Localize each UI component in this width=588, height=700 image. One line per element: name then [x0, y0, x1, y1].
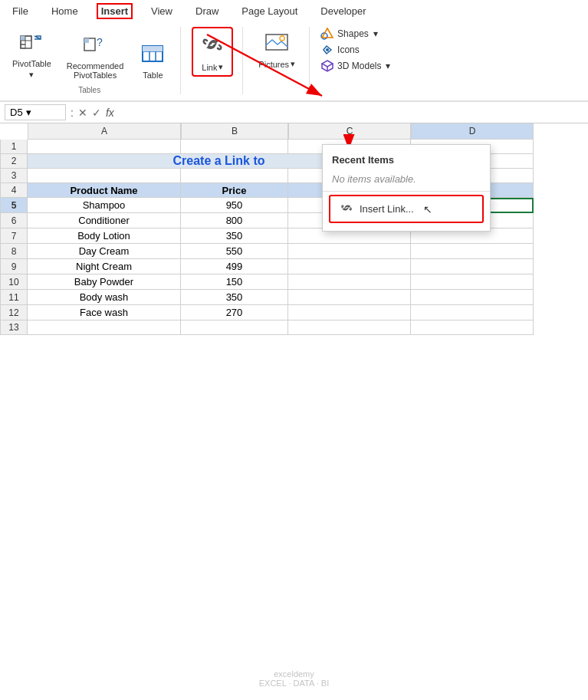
- cell-a9[interactable]: Night Cream: [28, 259, 181, 274]
- cell-b9[interactable]: 499: [181, 259, 288, 274]
- row-12: 12 Face wash 270: [0, 305, 588, 320]
- col-header-c[interactable]: C: [288, 123, 411, 140]
- cell-a3[interactable]: [28, 169, 181, 183]
- shapes-label: Shapes: [337, 28, 369, 39]
- cell-ref-chevron[interactable]: ▾: [26, 107, 31, 118]
- cell-d8[interactable]: [411, 244, 534, 259]
- cell-a4[interactable]: Product Name: [28, 183, 181, 198]
- cell-a6[interactable]: Conditioner: [28, 213, 181, 228]
- cell-c12[interactable]: [288, 305, 411, 320]
- cell-b8[interactable]: 550: [181, 244, 288, 259]
- 3d-models-button[interactable]: 3D Models ▾: [320, 59, 390, 73]
- pictures-label: Pictures: [258, 60, 289, 69]
- icons-button[interactable]: Icons: [320, 43, 390, 57]
- cell-c9[interactable]: [288, 259, 411, 274]
- cell-a10[interactable]: Baby Powder: [28, 274, 181, 290]
- cell-b3[interactable]: [181, 169, 288, 183]
- cell-b7[interactable]: 350: [181, 228, 288, 244]
- row-8: 8 Day Cream 550: [0, 244, 588, 259]
- cell-c10[interactable]: [288, 274, 411, 290]
- cell-b12[interactable]: 270: [181, 305, 288, 320]
- menu-insert[interactable]: Insert: [97, 3, 133, 19]
- menu-home[interactable]: Home: [47, 3, 83, 19]
- cell-b11[interactable]: 350: [181, 290, 288, 305]
- header-product-name: Product Name: [70, 185, 137, 196]
- formula-check-icon[interactable]: ✓: [92, 107, 101, 119]
- 3d-models-dropdown[interactable]: ▾: [386, 61, 390, 71]
- table-button[interactable]: Table: [134, 38, 171, 83]
- shapes-dropdown[interactable]: ▾: [373, 28, 378, 39]
- cell-reference-box[interactable]: D5 ▾: [5, 104, 66, 120]
- shapes-icon: [320, 27, 334, 41]
- formula-cross-icon[interactable]: ✕: [78, 107, 87, 119]
- ribbon-group-pictures: Pictures ▾ Pictures: [254, 27, 310, 94]
- cell-b4[interactable]: Price: [181, 183, 288, 198]
- cell-c8[interactable]: [288, 244, 411, 259]
- price-shampoo: 950: [226, 199, 243, 211]
- svg-rect-1: [21, 36, 25, 41]
- insert-link-icon: [340, 201, 353, 217]
- cell-a5[interactable]: Shampoo: [28, 198, 181, 213]
- insert-link-label: Insert Link...: [360, 203, 414, 215]
- svg-point-16: [280, 36, 284, 41]
- recommended-pivottables-button[interactable]: ? Recommended PivotTables: [62, 29, 129, 83]
- row-7: 7 Body Lotion 350: [0, 228, 588, 244]
- pictures-dropdown[interactable]: ▾: [291, 59, 295, 69]
- col-header-a[interactable]: A: [28, 123, 181, 140]
- menu-developer[interactable]: Developer: [316, 3, 370, 19]
- ribbon-group-tables: PivotTable ▾ ? Recommended PivotTables: [8, 27, 181, 94]
- link-button[interactable]: Link ▾: [192, 27, 233, 77]
- row-4: 4 Product Name Price Details: [0, 183, 588, 198]
- product-body-wash: Body wash: [80, 291, 129, 303]
- product-conditioner: Conditioner: [78, 215, 130, 226]
- svg-rect-13: [149, 46, 156, 51]
- cell-d10[interactable]: [411, 274, 534, 290]
- cell-c11[interactable]: [288, 290, 411, 305]
- col-header-b[interactable]: B: [181, 123, 288, 140]
- tables-group-label: Tables: [78, 86, 100, 94]
- cell-c13[interactable]: [288, 320, 411, 335]
- formula-colon-icon: :: [71, 107, 74, 119]
- menu-page-layout[interactable]: Page Layout: [237, 3, 302, 19]
- row-num-6: 6: [0, 213, 28, 228]
- cell-b6[interactable]: 800: [181, 213, 288, 228]
- row-3: 3: [0, 169, 588, 183]
- ribbon-group-illustrations: Shapes ▾ Icons: [320, 27, 399, 94]
- menu-file[interactable]: File: [8, 3, 33, 19]
- cell-b13[interactable]: [181, 320, 288, 335]
- cell-a13[interactable]: [28, 320, 181, 335]
- cell-d13[interactable]: [411, 320, 534, 335]
- cell-b10[interactable]: 150: [181, 274, 288, 290]
- cell-d12[interactable]: [411, 305, 534, 320]
- shapes-button[interactable]: Shapes ▾: [320, 27, 390, 41]
- menu-draw[interactable]: Draw: [191, 3, 223, 19]
- formula-fx-label: fx: [106, 107, 114, 119]
- cell-a11[interactable]: Body wash: [28, 290, 181, 305]
- pictures-button[interactable]: Pictures ▾: [254, 27, 300, 72]
- price-night-cream: 499: [226, 261, 243, 272]
- svg-text:?: ?: [97, 36, 103, 48]
- cell-b5[interactable]: 950: [181, 198, 288, 213]
- svg-rect-2: [25, 36, 31, 41]
- dropdown-no-items: No items available.: [323, 170, 490, 188]
- table-icon: [140, 41, 165, 69]
- cell-a8[interactable]: Day Cream: [28, 244, 181, 259]
- insert-link-item[interactable]: Insert Link... ↖: [329, 195, 484, 223]
- cell-a1[interactable]: [28, 140, 181, 154]
- watermark: exceldemy EXCEL · DATA · BI: [259, 669, 330, 688]
- cell-a7[interactable]: Body Lotion: [28, 228, 181, 244]
- pivottable-dropdown[interactable]: ▾: [29, 70, 34, 80]
- formula-input[interactable]: [119, 105, 583, 120]
- cell-b1[interactable]: [181, 140, 288, 154]
- link-icon: [199, 31, 225, 61]
- cell-a12[interactable]: Face wash: [28, 305, 181, 320]
- row-1: 1: [0, 140, 588, 154]
- link-dropdown-arrow[interactable]: ▾: [218, 62, 223, 72]
- cell-d11[interactable]: [411, 290, 534, 305]
- spreadsheet: A B C D 1 2 Create a Link to 3: [0, 123, 588, 335]
- menu-view[interactable]: View: [146, 3, 177, 19]
- product-night-cream: Night Cream: [76, 261, 132, 272]
- pivottable-button[interactable]: PivotTable ▾: [8, 27, 56, 83]
- cell-d9[interactable]: [411, 259, 534, 274]
- col-header-d[interactable]: D: [411, 123, 534, 140]
